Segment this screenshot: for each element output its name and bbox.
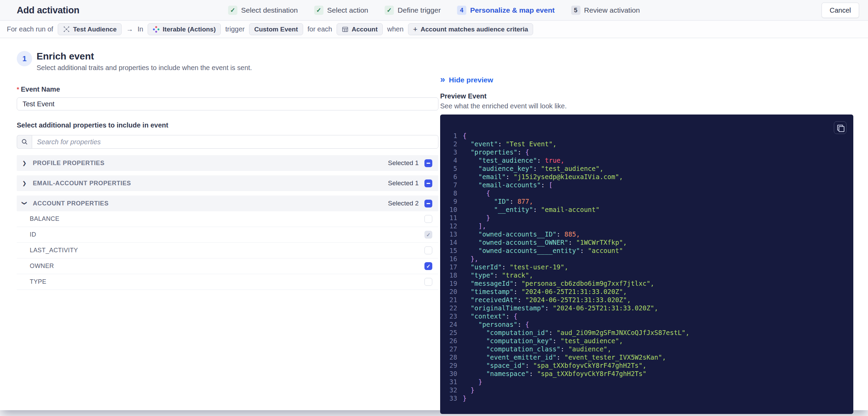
code-line: 31 } — [440, 378, 853, 386]
property-label: OWNER — [30, 263, 54, 270]
chevron-right-icon — [22, 160, 27, 166]
section-header-email-account-properties[interactable]: EMAIL-ACCOUNT PROPERTIESSelected 1 — [17, 175, 438, 191]
code-text: "personas": { — [463, 320, 529, 328]
page-title: Add activation — [17, 5, 79, 15]
enrich-title: Enrich event — [37, 51, 252, 62]
property-row-owner[interactable]: OWNER — [17, 258, 438, 274]
section-label: ACCOUNT PROPERTIES — [33, 200, 109, 207]
property-checkbox[interactable] — [424, 262, 432, 270]
plus-icon: + — [413, 26, 418, 33]
property-sections: PROFILE PROPERTIESSelected 1EMAIL-ACCOUN… — [17, 155, 438, 290]
code-text: { — [463, 132, 466, 140]
line-number: 8 — [440, 189, 457, 197]
code-text: "computation_id": "aud_2iO9m2gSFmJNXCoQJ… — [463, 328, 690, 337]
copy-button[interactable] — [834, 121, 846, 134]
code-line: 28 "event_emitter_id": "event_tester_IVX… — [440, 353, 853, 361]
code-text: "receivedAt": "2024-06-25T21:31:33.020Z"… — [463, 296, 631, 304]
line-number: 30 — [440, 370, 457, 378]
chip-label: Iterable (Actions) — [163, 26, 216, 33]
chip-account-matches-audience-criteria[interactable]: +Account matches audience criteria — [408, 23, 533, 35]
code-text: "userId": "test-user-19", — [463, 263, 568, 271]
property-checkbox[interactable] — [424, 246, 432, 254]
line-number: 20 — [440, 287, 457, 296]
chip-custom-event[interactable]: Custom Event — [249, 23, 303, 35]
line-number: 17 — [440, 263, 457, 271]
code-line: 25 "computation_id": "aud_2iO9m2gSFmJNXC… — [440, 328, 853, 337]
step-personalize-map-event[interactable]: 4Personalize & map event — [457, 5, 555, 15]
section-checkbox[interactable] — [424, 159, 432, 167]
line-number: 13 — [440, 230, 457, 238]
app-header: Add activation Select destinationSelect … — [0, 0, 868, 21]
hide-preview-button[interactable]: Hide preview — [440, 76, 493, 84]
chip-label: Account matches audience criteria — [421, 26, 528, 33]
chip-test-audience[interactable]: Test Audience — [58, 23, 122, 35]
property-row-balance[interactable]: BALANCE — [17, 211, 438, 227]
step-label: Select destination — [241, 6, 298, 14]
code-text: "originalTimestamp": "2024-06-25T21:31:3… — [463, 304, 658, 312]
chip-account[interactable]: Account — [337, 23, 383, 35]
audience-icon — [63, 26, 70, 33]
property-row-last-activity[interactable]: LAST_ACTIVITY — [17, 243, 438, 258]
line-number: 1 — [440, 132, 457, 140]
code-line: 32 } — [440, 386, 853, 394]
code-lines: 1{2 "event": "Test Event",3 "properties"… — [440, 115, 853, 402]
code-text: "email-accounts": [ — [463, 181, 553, 189]
code-text: "computation_class": "audience", — [463, 345, 611, 353]
code-line: 10 "__entity": "email-account" — [440, 205, 853, 214]
section-header-account-properties[interactable]: ACCOUNT PROPERTIESSelected 2 — [17, 196, 438, 211]
code-line: 20 "timestamp": "2024-06-25T21:31:33.020… — [440, 287, 853, 296]
breadcrumb-text: For each run of — [7, 25, 53, 33]
property-checkbox[interactable] — [424, 215, 432, 223]
code-text: }, — [463, 255, 478, 263]
code-text: "owned-accounts__OWNER": "1WCWrTXfkp", — [463, 238, 627, 246]
line-number: 33 — [440, 394, 457, 402]
chip-label: Account — [352, 26, 378, 33]
line-number: 19 — [440, 279, 457, 287]
step-select-action[interactable]: Select action — [314, 5, 368, 15]
code-text: } — [463, 214, 490, 222]
property-row-type[interactable]: TYPE — [17, 274, 438, 290]
preview-code-block: 1{2 "event": "Test Event",3 "properties"… — [440, 115, 853, 414]
property-label: LAST_ACTIVITY — [30, 247, 78, 254]
line-number: 4 — [440, 156, 457, 164]
property-checkbox[interactable] — [424, 231, 432, 239]
section-checkbox[interactable] — [424, 179, 432, 187]
property-label: TYPE — [30, 278, 46, 285]
chip-iterable-actions[interactable]: Iterable (Actions) — [148, 23, 221, 35]
code-line: 12 ], — [440, 222, 853, 230]
property-search — [17, 135, 438, 149]
section-header-profile-properties[interactable]: PROFILE PROPERTIESSelected 1 — [17, 155, 438, 171]
line-number: 9 — [440, 197, 457, 205]
property-row-id[interactable]: ID — [17, 227, 438, 243]
cancel-button[interactable]: Cancel — [822, 2, 859, 18]
code-text: } — [463, 386, 474, 394]
section-label: EMAIL-ACCOUNT PROPERTIES — [33, 180, 131, 187]
property-section-email-account-properties: EMAIL-ACCOUNT PROPERTIESSelected 1 — [17, 175, 438, 191]
step-select-destination[interactable]: Select destination — [228, 5, 298, 15]
code-line: 29 "space_id": "spa_tXXbfoyvCkY8rF47ghH2… — [440, 361, 853, 370]
step-review-activation[interactable]: 5Review activation — [571, 5, 640, 15]
line-number: 21 — [440, 296, 457, 304]
step-define-trigger[interactable]: Define trigger — [385, 5, 441, 15]
code-line: 17 "userId": "test-user-19", — [440, 263, 853, 271]
code-line: 23 "context": { — [440, 312, 853, 320]
selected-count: Selected 1 — [388, 179, 419, 187]
property-section-profile-properties: PROFILE PROPERTIESSelected 1 — [17, 155, 438, 171]
section-checkbox[interactable] — [424, 200, 432, 207]
line-number: 23 — [440, 312, 457, 320]
search-input[interactable] — [32, 135, 438, 149]
event-name-input[interactable] — [17, 97, 438, 110]
code-text: "owned-accounts__ID": 885, — [463, 230, 580, 238]
step-label: Select action — [327, 6, 368, 14]
main-panel: 1 Enrich event Select additional traits … — [0, 38, 868, 410]
code-line: 16 }, — [440, 255, 853, 263]
line-number: 22 — [440, 304, 457, 312]
property-label: ID — [30, 231, 36, 238]
code-line: 14 "owned-accounts__OWNER": "1WCWrTXfkp"… — [440, 238, 853, 246]
iterable-icon — [153, 26, 160, 33]
breadcrumb-text: In — [137, 25, 143, 33]
code-text: "properties": { — [463, 148, 529, 156]
code-line: 19 "messageId": "personas_cb6zdbo6im9g7x… — [440, 279, 853, 287]
property-checkbox[interactable] — [424, 278, 432, 286]
breadcrumb-text: trigger — [225, 25, 245, 33]
